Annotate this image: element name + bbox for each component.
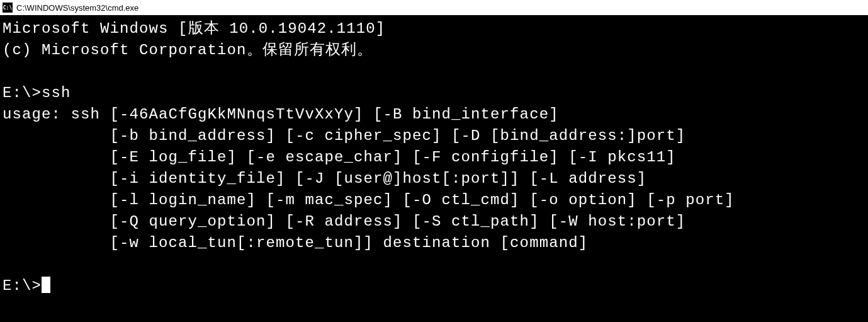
terminal-line: [-E log_file] [-e escape_char] [-F confi… bbox=[3, 149, 676, 166]
terminal-prompt-line: E:\> bbox=[3, 277, 42, 294]
terminal-line: [-l login_name] [-m mac_spec] [-O ctl_cm… bbox=[3, 192, 735, 209]
terminal-line: [-w local_tun[:remote_tun]] destination … bbox=[3, 234, 588, 251]
cursor bbox=[42, 277, 50, 293]
terminal-line: [-Q query_option] [-R address] [-S ctl_p… bbox=[3, 213, 685, 230]
terminal-line: [-i identity_file] [-J [user@]host[:port… bbox=[3, 170, 646, 187]
terminal-line: (c) Microsoft Corporation。保留所有权利。 bbox=[3, 42, 373, 59]
terminal-prompt-line: E:\>ssh bbox=[3, 84, 71, 101]
terminal-line: usage: ssh [-46AaCfGgKkMNnqsTtVvXxYy] [-… bbox=[3, 106, 559, 123]
cmd-icon: C:\ bbox=[3, 3, 13, 13]
terminal-line: [-b bind_address] [-c cipher_spec] [-D [… bbox=[3, 127, 685, 144]
terminal-line: Microsoft Windows [版本 10.0.19042.1110] bbox=[3, 20, 385, 37]
window-title: C:\WINDOWS\system32\cmd.exe bbox=[16, 3, 138, 13]
terminal-content[interactable]: Microsoft Windows [版本 10.0.19042.1110] (… bbox=[0, 16, 868, 322]
title-bar[interactable]: C:\ C:\WINDOWS\system32\cmd.exe bbox=[0, 0, 868, 16]
